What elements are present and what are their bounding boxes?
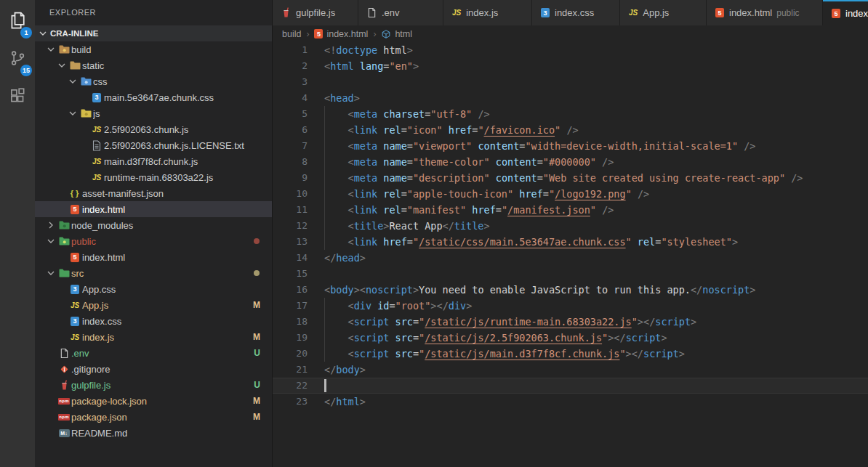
- tree-item-index.html[interactable]: 5index.html: [35, 249, 272, 265]
- tab-gulpfile.js[interactable]: gulpfile.js: [273, 0, 358, 25]
- tree-item-label: js: [93, 108, 124, 119]
- gulp-icon: [57, 380, 71, 391]
- code-line-6[interactable]: 6 <link rel="icon" href="/favicon.ico" /…: [273, 122, 868, 138]
- tree-item-main.5e3647ae.chunk.css[interactable]: 3main.5e3647ae.chunk.css: [35, 89, 272, 105]
- tree-item-build[interactable]: build: [35, 41, 272, 57]
- source-control-activity-button[interactable]: 15: [0, 41, 35, 78]
- code-line-10[interactable]: 10 <link rel="apple-touch-icon" href="/l…: [273, 186, 868, 202]
- tab-label: index: [845, 8, 868, 19]
- tree-item-readme.md[interactable]: M↓README.md: [35, 425, 272, 441]
- tree-item-app.js[interactable]: JSApp.jsM: [35, 297, 272, 313]
- tree-item-static[interactable]: static: [35, 57, 272, 73]
- line-number: 6: [273, 122, 308, 138]
- git-status-badge: M: [253, 300, 260, 310]
- code-line-text: <script src="/static/js/2.5f902063.chunk…: [308, 330, 667, 346]
- line-number: 18: [273, 314, 308, 330]
- code-line-23[interactable]: 23</html>: [273, 394, 868, 410]
- tree-item-label: runtime-main.68303a22.js: [104, 172, 238, 183]
- tree-item-label: public: [71, 236, 121, 247]
- code-line-7[interactable]: 7 <meta name="viewport" content="width=d…: [273, 138, 868, 154]
- breadcrumb-item-build[interactable]: build: [282, 29, 301, 39]
- project-root-label: CRA-INLINE: [50, 29, 98, 38]
- tree-item-index.css[interactable]: 3index.css: [35, 313, 272, 329]
- tree-item-label: gulpfile.js: [71, 380, 135, 391]
- explorer-activity-button[interactable]: 1: [0, 3, 35, 41]
- code-line-22[interactable]: 22: [273, 378, 868, 394]
- code-line-19[interactable]: 19 <script src="/static/js/2.5f902063.ch…: [273, 330, 868, 346]
- code-line-17[interactable]: 17 <div id="root"></div>: [273, 298, 868, 314]
- line-number: 14: [273, 250, 308, 266]
- tree-item-2.5f902063.chunk.js.license.txt[interactable]: 2.5f902063.chunk.js.LICENSE.txt: [35, 137, 272, 153]
- css3-icon: 3: [541, 8, 550, 17]
- indent-guide: [324, 234, 325, 250]
- code-line-14[interactable]: 14</head>: [273, 250, 868, 266]
- tree-item-node-modules[interactable]: node_modules: [35, 217, 272, 233]
- tree-item-js[interactable]: js: [35, 105, 272, 121]
- code-line-5[interactable]: 5 <meta charset="utf-8" />: [273, 106, 868, 122]
- text-file-icon: [89, 140, 104, 151]
- code-line-text: <meta name="theme-color" content="#00000…: [308, 154, 614, 170]
- tree-item-main.d3f7f8cf.chunk.js[interactable]: JSmain.d3f7f8cf.chunk.js: [35, 153, 272, 169]
- indent-guide: [324, 154, 325, 170]
- tree-item-.env[interactable]: .envU: [35, 345, 272, 361]
- line-number: 7: [273, 138, 308, 154]
- chevron-down-icon: [45, 235, 57, 247]
- tree-item-package-lock.json[interactable]: npmpackage-lock.jsonM: [35, 393, 272, 409]
- tree-item-.gitignore[interactable]: .gitignore: [35, 361, 272, 377]
- code-line-text: <link rel="manifest" href="/manifest.jso…: [308, 202, 614, 218]
- code-line-12[interactable]: 12 <title>React App</title>: [273, 218, 868, 234]
- tree-item-index.js[interactable]: JSindex.jsM: [35, 329, 272, 345]
- line-number: 21: [273, 362, 308, 378]
- code-editor[interactable]: 1<!doctype html>2<html lang="en">34<head…: [273, 42, 868, 467]
- explorer-sidebar: EXPLORER CRA-INLINE buildstaticcss3main.…: [35, 0, 273, 467]
- code-line-20[interactable]: 20 <script src="/static/js/main.d3f7f8cf…: [273, 346, 868, 362]
- breadcrumb-label: index.html: [326, 29, 368, 39]
- indent-guide: [324, 330, 325, 346]
- indent-guide: [324, 138, 325, 154]
- line-number: 19: [273, 330, 308, 346]
- line-number: 17: [273, 298, 308, 314]
- code-line-13[interactable]: 13 <link href="/static/css/main.5e3647ae…: [273, 234, 868, 250]
- tab-index.css[interactable]: 3index.css: [532, 0, 620, 25]
- tab-index[interactable]: 5index: [823, 0, 868, 25]
- tree-item-label: index.js: [82, 332, 139, 343]
- tree-item-2.5f902063.chunk.js[interactable]: JS2.5f902063.chunk.js: [35, 121, 272, 137]
- extensions-activity-button[interactable]: [0, 78, 35, 116]
- tab-label: index.js: [466, 7, 498, 18]
- code-line-4[interactable]: 4<head>: [273, 90, 868, 106]
- tree-item-runtime-main.68303a22.js[interactable]: JSruntime-main.68303a22.js: [35, 169, 272, 185]
- tab-.env[interactable]: .env: [358, 0, 443, 25]
- tree-item-app.css[interactable]: 3App.css: [35, 281, 272, 297]
- project-root-row[interactable]: CRA-INLINE: [35, 25, 272, 41]
- code-line-3[interactable]: 3: [273, 74, 868, 90]
- tree-item-label: package.json: [71, 412, 152, 423]
- code-line-1[interactable]: 1<!doctype html>: [273, 42, 868, 58]
- vscode-window: 1 15 EXPLORER CR: [0, 0, 868, 467]
- tab-app.js[interactable]: JSApp.js: [620, 0, 707, 25]
- js-icon: JS: [452, 9, 461, 17]
- code-line-18[interactable]: 18 <script src="/static/js/runtime-main.…: [273, 314, 868, 330]
- code-line-9[interactable]: 9 <meta name="description" content="Web …: [273, 170, 868, 186]
- breadcrumb-item-index.html[interactable]: 5index.html: [314, 29, 368, 39]
- html5-icon: 5: [715, 8, 724, 17]
- tree-item-gulpfile.js[interactable]: gulpfile.jsU: [35, 377, 272, 393]
- code-line-8[interactable]: 8 <meta name="theme-color" content="#000…: [273, 154, 868, 170]
- scm-badge: 15: [20, 65, 32, 76]
- breadcrumb-item-html[interactable]: html: [381, 29, 412, 39]
- code-line-11[interactable]: 11 <link rel="manifest" href="/manifest.…: [273, 202, 868, 218]
- code-line-21[interactable]: 21</body>: [273, 362, 868, 378]
- tab-index.js[interactable]: JSindex.js: [443, 0, 532, 25]
- tree-item-css[interactable]: css: [35, 73, 272, 89]
- tree-item-public[interactable]: public: [35, 233, 272, 249]
- tree-item-src[interactable]: src: [35, 265, 272, 281]
- code-line-2[interactable]: 2<html lang="en">: [273, 58, 868, 74]
- chevron-down-icon: [67, 107, 79, 119]
- tab-index.html[interactable]: 5index.htmlpublic: [707, 0, 823, 25]
- code-line-15[interactable]: 15: [273, 266, 868, 282]
- tree-item-asset-manifest.json[interactable]: { }asset-manifest.json: [35, 185, 272, 201]
- indent-guide: [324, 170, 325, 186]
- tree-item-package.json[interactable]: npmpackage.jsonM: [35, 409, 272, 425]
- code-line-16[interactable]: 16<body><noscript>You need to enable Jav…: [273, 282, 868, 298]
- js-icon: JS: [68, 333, 82, 341]
- tree-item-index.html[interactable]: 5index.html: [35, 201, 272, 217]
